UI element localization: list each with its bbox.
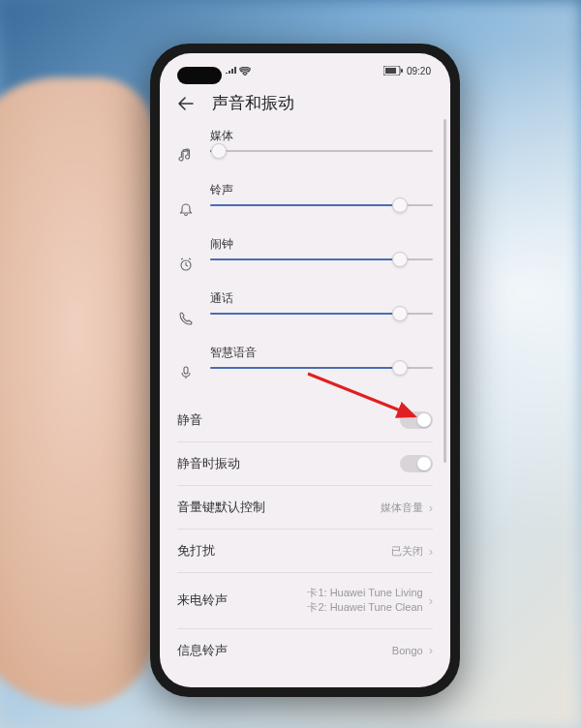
chevron-right-icon: › bbox=[429, 544, 433, 559]
slider-fill bbox=[210, 367, 400, 369]
svg-rect-2 bbox=[401, 69, 403, 73]
setting-value: 媒体音量 bbox=[381, 500, 423, 515]
slider-fill bbox=[210, 313, 400, 315]
toggle-row-vibrate-on-mute[interactable]: 静音时振动 bbox=[177, 441, 433, 485]
slider-thumb[interactable] bbox=[392, 360, 408, 376]
setting-label: 静音时振动 bbox=[177, 455, 240, 472]
battery-icon bbox=[383, 66, 403, 76]
hand-holding-phone bbox=[0, 77, 155, 707]
setting-label: 静音 bbox=[177, 411, 202, 429]
setting-label: 来电铃声 bbox=[177, 592, 228, 609]
page-header: 声音和振动 bbox=[160, 82, 450, 128]
slider-label: 通话 bbox=[210, 290, 433, 307]
row-do-not-disturb[interactable]: 免打扰 已关闭 › bbox=[177, 529, 433, 572]
toggle-row-mute[interactable]: 静音 bbox=[177, 399, 433, 441]
camera-cutout bbox=[177, 67, 222, 84]
chevron-right-icon: › bbox=[429, 643, 433, 657]
row-message-ringtone[interactable]: 信息铃声 Bongo › bbox=[177, 628, 433, 672]
slider-thumb[interactable] bbox=[392, 306, 408, 321]
alarm-clock-icon bbox=[177, 256, 195, 273]
svg-rect-4 bbox=[184, 367, 188, 374]
phone-screen: 09:20 声音和振动 媒体 bbox=[160, 53, 450, 687]
chevron-right-icon: › bbox=[429, 593, 433, 608]
toggle-knob bbox=[417, 457, 431, 470]
page-title: 声音和振动 bbox=[212, 92, 294, 114]
slider-call: 通话 bbox=[177, 290, 433, 327]
back-arrow-icon[interactable] bbox=[177, 95, 195, 112]
slider-track[interactable] bbox=[210, 150, 433, 152]
slider-label: 媒体 bbox=[210, 128, 433, 144]
slider-media: 媒体 bbox=[177, 128, 433, 165]
status-time: 09:20 bbox=[407, 66, 431, 76]
slider-thumb[interactable] bbox=[392, 252, 408, 267]
signal-icon bbox=[226, 67, 236, 75]
slider-label: 智慧语音 bbox=[210, 345, 433, 361]
setting-label: 音量键默认控制 bbox=[177, 499, 265, 516]
slider-label: 闹钟 bbox=[210, 236, 433, 253]
scrollbar[interactable] bbox=[443, 119, 446, 463]
bell-icon bbox=[177, 201, 195, 219]
slider-fill bbox=[210, 204, 400, 206]
microphone-icon bbox=[177, 364, 195, 381]
wifi-icon bbox=[239, 67, 251, 76]
slider-track[interactable] bbox=[210, 204, 433, 206]
slider-alarm: 闹钟 bbox=[177, 236, 433, 273]
slider-voice-assistant: 智慧语音 bbox=[177, 345, 433, 381]
setting-value: Bongo bbox=[392, 645, 423, 656]
phone-icon bbox=[177, 310, 195, 327]
setting-label: 免打扰 bbox=[177, 542, 215, 560]
slider-label: 铃声 bbox=[210, 182, 433, 198]
row-incoming-ringtone[interactable]: 来电铃声 卡1: Huawei Tune Living 卡2: Huawei T… bbox=[177, 572, 433, 628]
slider-track[interactable] bbox=[210, 313, 433, 315]
chevron-right-icon: › bbox=[429, 500, 433, 515]
setting-value: 卡1: Huawei Tune Living 卡2: Huawei Tune C… bbox=[307, 586, 422, 616]
slider-fill bbox=[210, 258, 400, 260]
slider-track[interactable] bbox=[210, 258, 433, 260]
setting-label: 信息铃声 bbox=[177, 642, 228, 659]
toggle-switch[interactable] bbox=[400, 455, 433, 472]
music-note-icon bbox=[177, 147, 195, 165]
setting-value: 已关闭 bbox=[391, 544, 423, 559]
slider-ringtone: 铃声 bbox=[177, 182, 433, 219]
slider-thumb[interactable] bbox=[211, 143, 227, 159]
toggle-switch[interactable] bbox=[400, 411, 433, 429]
svg-rect-1 bbox=[385, 68, 396, 74]
slider-thumb[interactable] bbox=[392, 197, 408, 213]
toggle-knob bbox=[417, 413, 431, 427]
settings-content: 媒体 铃声 bbox=[160, 128, 450, 672]
row-volume-button-default[interactable]: 音量键默认控制 媒体音量 › bbox=[177, 485, 433, 529]
slider-track[interactable] bbox=[210, 367, 433, 369]
phone-frame: 09:20 声音和振动 媒体 bbox=[150, 44, 460, 697]
